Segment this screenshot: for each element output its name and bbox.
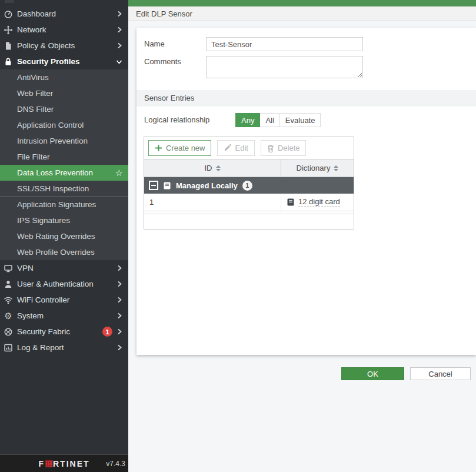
sidebar-item-dns-filter[interactable]: DNS Filter: [0, 101, 128, 117]
wifi-icon: [4, 295, 13, 305]
chevron-right-icon: [116, 265, 122, 271]
sidebar-item-dashboard[interactable]: Dashboard: [0, 6, 128, 22]
sidebar-item-wifi-controller[interactable]: WiFi Controller: [0, 292, 128, 308]
sidebar-item-ssl-ssh-inspection[interactable]: SSL/SSH Inspection: [0, 181, 128, 197]
sidebar-item-label: DNS Filter: [17, 105, 54, 114]
chevron-right-icon: [116, 281, 122, 287]
logical-option-all[interactable]: All: [260, 113, 279, 127]
sidebar-item-ips-signatures[interactable]: IPS Signatures: [0, 212, 128, 228]
chevron-right-icon: [116, 42, 122, 49]
sidebar: Dashboard Network Policy & Objects: [0, 0, 128, 472]
main-content: Edit DLP Sensor Name Comments Sensor Ent…: [128, 0, 476, 472]
sidebar-item-label: Application Signatures: [17, 200, 96, 209]
edit-dlp-sensor-panel: Name Comments Sensor Entries Logical rel…: [137, 28, 476, 355]
security-profiles-submenu: AntiVirus Web Filter DNS Filter Applicat…: [0, 69, 128, 260]
group-row-managed-locally[interactable]: Managed Locally 1: [144, 177, 354, 194]
dictionary-link[interactable]: 12 digit card: [298, 197, 340, 207]
sidebar-item-application-signatures[interactable]: Application Signatures: [0, 197, 128, 212]
chevron-down-icon: [116, 59, 122, 65]
sidebar-item-label: System: [17, 311, 44, 320]
table-row[interactable]: 1 12 digit card: [144, 194, 354, 211]
sidebar-item-security-fabric[interactable]: Security Fabric 1: [0, 324, 128, 340]
name-input[interactable]: [206, 37, 363, 51]
book-icon: [287, 198, 295, 206]
firmware-version: v7.4.3: [106, 460, 125, 468]
sidebar-item-label: Log & Report: [17, 343, 64, 352]
sidebar-item-user-authentication[interactable]: User & Authentication: [0, 276, 128, 292]
sidebar-item-label: Application Control: [17, 121, 84, 129]
lock-icon: [4, 57, 13, 67]
chevron-right-icon: [116, 344, 122, 351]
sidebar-item-vpn[interactable]: VPN: [0, 260, 128, 276]
logical-option-any[interactable]: Any: [235, 113, 260, 127]
sidebar-item-label: Dashboard: [17, 9, 56, 18]
delete-button[interactable]: Delete: [261, 140, 307, 156]
sidebar-item-label: Policy & Objects: [17, 41, 75, 50]
group-label: Managed Locally: [176, 181, 238, 190]
sidebar-item-label: Intrusion Prevention: [17, 137, 88, 145]
sensor-entries-section-header: Sensor Entries: [137, 90, 476, 107]
sidebar-item-web-filter[interactable]: Web Filter: [0, 85, 128, 101]
fabric-icon: [4, 327, 13, 337]
sidebar-item-label: Web Filter: [17, 89, 53, 98]
sidebar-item-file-filter[interactable]: File Filter: [0, 149, 128, 165]
page-header: Edit DLP Sensor: [128, 6, 476, 21]
table-empty-row: [144, 214, 354, 229]
sensor-entries-table: Create new Edit Delete ID: [144, 137, 354, 230]
collapse-group-icon[interactable]: [149, 181, 158, 190]
sidebar-item-application-control[interactable]: Application Control: [0, 117, 128, 133]
sidebar-item-intrusion-prevention[interactable]: Intrusion Prevention: [0, 133, 128, 149]
table-header-row: ID Dictionary: [144, 159, 354, 177]
sort-icon: [216, 165, 221, 171]
sidebar-item-policy-objects[interactable]: Policy & Objects: [0, 38, 128, 54]
chart-icon: [4, 343, 13, 353]
sidebar-item-label: File Filter: [17, 152, 50, 161]
sidebar-item-network[interactable]: Network: [0, 22, 128, 38]
sidebar-item-antivirus[interactable]: AntiVirus: [0, 69, 128, 85]
sidebar-item-log-report[interactable]: Log & Report: [0, 340, 128, 355]
collapsed-menu-icon: [5, 0, 14, 3]
sidebar-item-label: SSL/SSH Inspection: [17, 184, 89, 193]
create-new-button[interactable]: Create new: [148, 140, 211, 156]
sidebar-item-label: Security Fabric: [17, 327, 70, 336]
sort-icon: [334, 165, 338, 171]
comments-input[interactable]: [206, 56, 363, 78]
sidebar-item-label: Data Loss Prevention: [17, 168, 93, 177]
sidebar-item-data-loss-prevention[interactable]: Data Loss Prevention ☆: [0, 165, 128, 181]
star-icon[interactable]: ☆: [115, 168, 123, 178]
sidebar-item-label: WiFi Controller: [17, 295, 69, 304]
chevron-right-icon: [116, 313, 122, 319]
cancel-button[interactable]: Cancel: [410, 367, 471, 380]
sidebar-item-web-rating-overrides[interactable]: Web Rating Overrides: [0, 228, 128, 244]
cell-dictionary: 12 digit card: [281, 194, 354, 211]
sidebar-item-label: User & Authentication: [17, 280, 94, 288]
chevron-right-icon: [116, 26, 122, 33]
comments-label: Comments: [144, 56, 181, 68]
sidebar-item-web-profile-overrides[interactable]: Web Profile Overrides: [0, 244, 128, 260]
user-icon: [4, 280, 13, 289]
sidebar-item-label: Web Rating Overrides: [17, 232, 95, 241]
logical-option-evaluate[interactable]: Evaluate: [280, 113, 321, 127]
fortinet-logo: FRTINET: [38, 459, 89, 468]
table-toolbar: Create new Edit Delete: [144, 137, 354, 159]
gauge-icon: [4, 9, 13, 19]
page-title: Edit DLP Sensor: [136, 9, 192, 18]
sidebar-item-label: VPN: [17, 264, 34, 272]
edit-button[interactable]: Edit: [217, 140, 254, 156]
sidebar-item-security-profiles[interactable]: Security Profiles: [0, 54, 128, 69]
column-header-id[interactable]: ID: [144, 159, 281, 177]
cell-id: 1: [144, 194, 281, 211]
notification-badge: 1: [102, 327, 112, 337]
sidebar-item-label: AntiVirus: [17, 73, 49, 82]
gear-icon: ⚙: [4, 311, 13, 321]
ok-button[interactable]: OK: [341, 367, 404, 380]
chevron-right-icon: [116, 297, 122, 303]
sidebar-item-system[interactable]: ⚙ System: [0, 308, 128, 324]
pencil-icon: [224, 144, 231, 152]
column-header-dictionary[interactable]: Dictionary: [281, 159, 354, 177]
top-accent-bar: [128, 0, 476, 6]
group-count-badge: 1: [242, 181, 252, 191]
fortigate-screen: Dashboard Network Policy & Objects: [0, 0, 476, 472]
sidebar-item-label: Web Profile Overrides: [17, 248, 95, 257]
logical-relationship-label: Logical relationship: [144, 113, 209, 127]
